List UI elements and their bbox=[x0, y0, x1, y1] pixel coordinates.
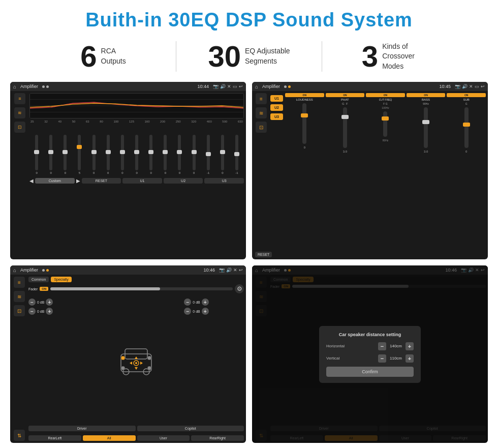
time-3: 10:46 bbox=[203, 267, 215, 273]
slider-thumb-7[interactable] bbox=[134, 150, 139, 154]
slider-thumb-0[interactable] bbox=[34, 150, 39, 154]
eq-reset-btn[interactable]: RESET bbox=[82, 178, 121, 184]
svg-marker-17 bbox=[140, 362, 143, 365]
vertical-minus[interactable]: − bbox=[378, 354, 386, 363]
ch-thumb-cutfreq[interactable] bbox=[382, 116, 389, 121]
tab-common-3[interactable]: Common bbox=[28, 277, 49, 282]
btn-rearleft-3[interactable]: RearLeft bbox=[28, 435, 81, 441]
slider-thumb-10[interactable] bbox=[177, 150, 182, 154]
dialog-row-horizontal: Horizontal − 140cm + bbox=[326, 342, 414, 350]
slider-thumb-9[interactable] bbox=[163, 150, 168, 154]
slider-thumb-2[interactable] bbox=[63, 150, 68, 154]
spk-minus-tr[interactable]: − bbox=[184, 298, 191, 306]
wave-icon-3[interactable]: ≋ bbox=[14, 291, 25, 302]
spk-icon-3[interactable]: ⊡ bbox=[14, 305, 25, 316]
page-title: Buith-in 30EQ DSP Sound System bbox=[0, 0, 498, 37]
spk-plus-bl[interactable]: + bbox=[46, 308, 53, 315]
eq-ctrl-1[interactable]: ≡ bbox=[14, 93, 25, 104]
stats-row: 6 RCA Outputs 30 EQ Adjustable Segments … bbox=[0, 37, 498, 80]
eq-u1-btn[interactable]: U1 bbox=[122, 178, 162, 184]
back-icon-1: ↩ bbox=[239, 84, 243, 89]
spk-minus-bl[interactable]: − bbox=[28, 308, 36, 315]
slider-thumb-4[interactable] bbox=[91, 150, 97, 154]
slider-thumb-1[interactable] bbox=[48, 150, 53, 154]
slider-thumb-3[interactable] bbox=[77, 145, 82, 149]
vol-icon-3: 🔊 bbox=[226, 267, 232, 273]
eq-nav-icon-3[interactable]: ≡ bbox=[14, 277, 25, 288]
freq-500: 500 bbox=[222, 120, 227, 123]
time-2: 10:45 bbox=[439, 84, 451, 89]
cam-icon-2: 📷 bbox=[455, 84, 460, 89]
ch-on-sub: ON bbox=[447, 93, 486, 97]
slider-track-14 bbox=[235, 135, 238, 170]
confirm-button[interactable]: Confirm bbox=[326, 367, 414, 377]
settings-icon-3[interactable]: ⚙ bbox=[235, 284, 244, 293]
spk-plus-tl[interactable]: + bbox=[46, 298, 53, 306]
dot-1a bbox=[42, 85, 45, 88]
ch-label-bass: BASS bbox=[422, 98, 430, 101]
arrow-icon-3[interactable]: ⇅ bbox=[14, 430, 25, 441]
spk-row-tl: − 0 dB + bbox=[28, 298, 88, 306]
ch-thumb-bass[interactable] bbox=[422, 120, 429, 124]
ch-val-sub: 0 bbox=[465, 150, 467, 153]
btn-rearright-3[interactable]: RearRight bbox=[191, 435, 244, 441]
ch-thumb-loudness[interactable] bbox=[301, 113, 308, 117]
btn-user-3[interactable]: User bbox=[137, 435, 190, 441]
slider-thumb-12[interactable] bbox=[206, 152, 211, 156]
tab-specialty-3[interactable]: Specialty bbox=[51, 277, 71, 282]
slider-thumb-13[interactable] bbox=[220, 150, 225, 154]
horizontal-plus[interactable]: + bbox=[406, 342, 414, 350]
eq-ctrl-2[interactable]: ≋ bbox=[14, 107, 25, 118]
ch-thumb-sub[interactable] bbox=[463, 123, 470, 127]
ch-on-loudness: ON bbox=[285, 93, 324, 97]
status-icons-1: 📷 🔊 ✕ ▭ ↩ bbox=[213, 84, 243, 89]
eq-ctrl-3[interactable]: ⊡ bbox=[14, 122, 25, 133]
horizontal-minus[interactable]: − bbox=[378, 342, 386, 350]
wave-icon-2[interactable]: ≋ bbox=[256, 107, 267, 118]
btn-copilot-3[interactable]: Copilot bbox=[137, 426, 244, 431]
fader-on-badge[interactable]: ON bbox=[40, 287, 48, 291]
statusbar-3: ⌂ Amplifier 10:46 📷 🔊 ✕ ↩ bbox=[10, 265, 246, 275]
u-btn-2[interactable]: U2 bbox=[270, 104, 283, 111]
spk-plus-br[interactable]: + bbox=[202, 308, 209, 315]
vertical-plus[interactable]: + bbox=[406, 354, 414, 363]
eq-slider-2: 0 bbox=[58, 135, 72, 174]
slider-track-2 bbox=[64, 135, 67, 170]
eq-nav-icon-2[interactable]: ≡ bbox=[256, 93, 267, 104]
freq-400: 400 bbox=[207, 120, 212, 123]
dots-2 bbox=[284, 85, 291, 88]
slider-track-10 bbox=[178, 135, 181, 170]
fader-row: Fader ON ⚙ bbox=[28, 284, 244, 293]
amp-reset-btn[interactable]: RESET bbox=[255, 252, 272, 257]
slider-thumb-5[interactable] bbox=[106, 150, 111, 154]
spk-icon-2[interactable]: ⊡ bbox=[256, 122, 267, 133]
btn-driver-3[interactable]: Driver bbox=[28, 426, 136, 431]
spk-minus-tl[interactable]: − bbox=[28, 298, 36, 306]
horizontal-value: 140cm bbox=[388, 344, 403, 348]
ch-val-bass: 3.0 bbox=[424, 150, 428, 153]
ch-slider-loudness bbox=[302, 103, 306, 144]
spk-minus-br[interactable]: − bbox=[184, 308, 191, 315]
u-btn-1[interactable]: U1 bbox=[270, 95, 283, 102]
next-arrow[interactable]: ▶ bbox=[76, 178, 80, 184]
eq-u3-btn[interactable]: U3 bbox=[204, 178, 244, 184]
ch-thumb-phat[interactable] bbox=[341, 115, 349, 119]
dialog-ctrl-vertical: − 110cm + bbox=[378, 354, 414, 363]
slider-thumb-8[interactable] bbox=[148, 150, 153, 154]
time-1: 10:44 bbox=[197, 84, 209, 89]
eq-u2-btn[interactable]: U2 bbox=[164, 178, 203, 184]
spk-plus-tr[interactable]: + bbox=[202, 298, 209, 306]
u-btn-3[interactable]: U3 bbox=[270, 113, 283, 120]
slider-thumb-11[interactable] bbox=[192, 150, 197, 154]
slider-thumb-6[interactable] bbox=[120, 150, 125, 154]
stat-number-3: 3 bbox=[362, 42, 378, 71]
dialog-ctrl-horizontal: − 140cm + bbox=[378, 342, 414, 350]
btn-all-3[interactable]: All bbox=[83, 435, 136, 441]
svg-point-9 bbox=[147, 356, 151, 360]
eq-slider-6: 0 bbox=[115, 135, 130, 174]
preset-custom[interactable]: Custom bbox=[35, 178, 75, 184]
screen2-body: ≡ ≋ ⊡ U1 U2 U3 ON LOUDNESS 0 bbox=[252, 91, 488, 249]
slider-thumb-14[interactable] bbox=[234, 152, 239, 156]
prev-arrow[interactable]: ◀ bbox=[29, 178, 34, 184]
dots-1 bbox=[42, 85, 49, 88]
